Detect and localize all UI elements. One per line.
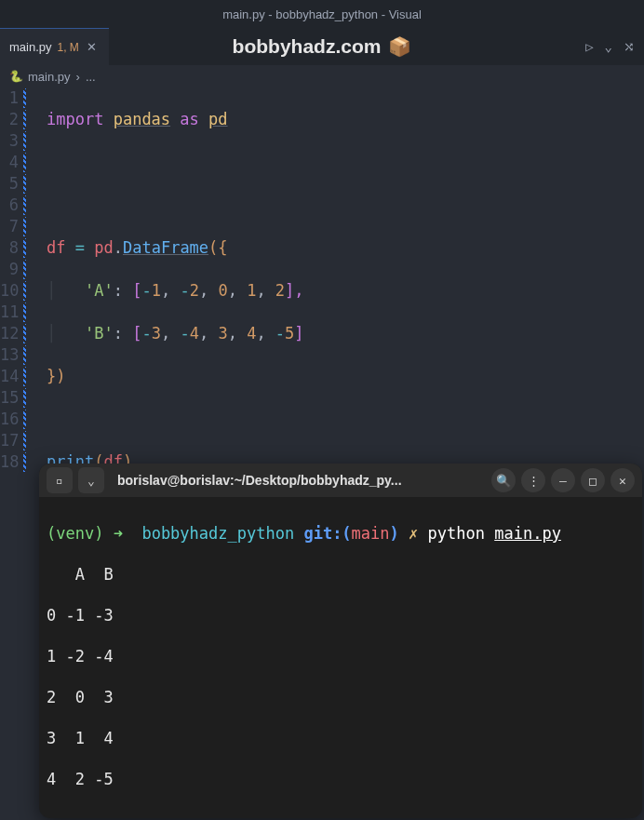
- overlay-text: bobbyhadz.com: [233, 35, 382, 58]
- run-chevron-icon[interactable]: ⌄: [605, 39, 612, 54]
- close-icon[interactable]: ✕: [85, 40, 100, 54]
- terminal-out: 1 -2 -4: [47, 646, 635, 666]
- terminal-output[interactable]: (venv) ➜ bobbyhadz_python git:(main) ✗ p…: [39, 497, 642, 818]
- search-icon[interactable]: 🔍: [491, 468, 516, 492]
- terminal-out: 4 2 -5: [47, 769, 635, 789]
- terminal-window: ▫ ⌄ borislav@borislav:~/Desktop/bobbyhad…: [39, 464, 642, 818]
- close-icon[interactable]: ✕: [610, 468, 635, 492]
- python-file-icon: 🐍: [9, 70, 22, 83]
- tab-filename: main.py: [9, 40, 52, 54]
- terminal-out: A B: [47, 564, 635, 585]
- terminal-out: ----------------------------------------…: [47, 810, 635, 818]
- breadcrumb-more: ...: [86, 70, 96, 84]
- tab-main-py[interactable]: main.py 1, M ✕: [0, 28, 109, 65]
- breadcrumb-separator: ›: [76, 70, 80, 84]
- menu-icon[interactable]: ⋮: [521, 468, 545, 492]
- terminal-out: 0 -1 -3: [47, 605, 635, 625]
- terminal-out: 3 1 4: [47, 728, 635, 748]
- terminal-header[interactable]: ▫ ⌄ borislav@borislav:~/Desktop/bobbyhad…: [39, 464, 642, 497]
- editor-actions: ▷ ⌄ ⤭: [585, 39, 635, 54]
- maximize-icon[interactable]: □: [581, 468, 605, 492]
- run-icon[interactable]: ▷: [585, 39, 593, 54]
- breadcrumb-file: main.py: [28, 70, 71, 84]
- tab-git-status: 1, M: [58, 41, 79, 54]
- window-title: main.py - bobbyhadz_python - Visual: [222, 7, 422, 21]
- line-number-gutter: 123 456 789 101112 131415 161718: [0, 87, 22, 820]
- cube-icon: 📦: [388, 35, 411, 58]
- breadcrumb[interactable]: 🐍 main.py › ...: [0, 65, 644, 87]
- split-diff-icon[interactable]: ⤭: [624, 39, 635, 54]
- minimize-icon[interactable]: —: [551, 468, 575, 492]
- terminal-dropdown-button[interactable]: ⌄: [78, 467, 104, 493]
- terminal-out: 2 0 3: [47, 687, 635, 707]
- terminal-prompt-line: (venv) ➜ bobbyhadz_python git:(main) ✗ p…: [47, 523, 635, 544]
- terminal-title: borislav@borislav:~/Desktop/bobbyhadz_py…: [110, 473, 486, 488]
- page-overlay-label: bobbyhadz.com 📦: [233, 35, 412, 58]
- tab-bar: main.py 1, M ✕ bobbyhadz.com 📦 ▷ ⌄ ⤭: [0, 28, 644, 65]
- terminal-new-tab-button[interactable]: ▫: [47, 467, 73, 493]
- window-titlebar: main.py - bobbyhadz_python - Visual: [0, 0, 644, 28]
